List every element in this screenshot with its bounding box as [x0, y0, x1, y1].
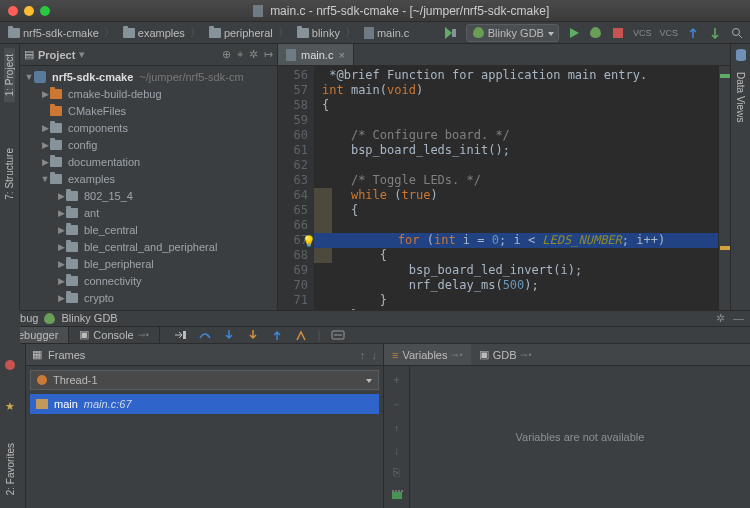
build-icon[interactable]	[444, 26, 458, 40]
close-icon[interactable]: ×	[338, 49, 344, 61]
hide-icon[interactable]: ↦	[264, 48, 273, 61]
tool-tab-project[interactable]: 1: Project	[4, 48, 15, 102]
breadcrumb[interactable]: nrf5-sdk-cmake〉	[6, 25, 119, 40]
remove-icon[interactable]: －	[391, 397, 402, 412]
tab-gdb[interactable]: ▣GDB⊸•	[471, 344, 540, 365]
tree-item[interactable]: ▶cmake-build-debug	[20, 85, 277, 102]
vcs-commit-icon[interactable]	[708, 26, 722, 40]
up-icon[interactable]: ↑	[394, 422, 400, 434]
tree-item[interactable]: ▶config	[20, 136, 277, 153]
tree-item[interactable]: ▶ble_central_and_peripheral	[20, 238, 277, 255]
line-number[interactable]: 59	[278, 113, 308, 128]
breadcrumb[interactable]: main.c	[362, 27, 411, 39]
run-to-cursor-icon[interactable]	[294, 328, 308, 342]
breadcrumb[interactable]: examples〉	[121, 25, 205, 40]
code-line[interactable]	[322, 113, 718, 128]
down-icon[interactable]: ↓	[394, 444, 400, 456]
code-line[interactable]: /* Toggle LEDs. */	[322, 173, 718, 188]
code-line[interactable]: 💡 for (int i = 0; i < LEDS_NUMBER; i++)	[322, 233, 718, 248]
line-number[interactable]: 69	[278, 263, 308, 278]
code-line[interactable]: bsp_board_led_invert(i);	[322, 263, 718, 278]
tree-item[interactable]: CMakeFiles	[20, 102, 277, 119]
stack-frame[interactable]: main main.c:67	[30, 394, 379, 414]
line-number[interactable]: 65	[278, 203, 308, 218]
code-line[interactable]: }	[322, 308, 718, 310]
line-number[interactable]: 56	[278, 68, 308, 83]
tool-tab-structure[interactable]: 7: Structure	[4, 142, 15, 206]
line-number[interactable]: 71	[278, 293, 308, 308]
code-line[interactable]: *@brief Function for application main en…	[322, 68, 718, 83]
stop-icon[interactable]	[611, 26, 625, 40]
minimize-icon[interactable]	[24, 6, 34, 16]
code-line[interactable]: while (true)	[322, 188, 718, 203]
code-line[interactable]: {	[322, 203, 718, 218]
prev-frame-icon[interactable]: ↑	[360, 349, 366, 361]
close-icon[interactable]	[8, 6, 18, 16]
tree-item[interactable]: ▶802_15_4	[20, 187, 277, 204]
evaluate-icon[interactable]	[331, 328, 345, 342]
step-into-icon[interactable]	[222, 328, 236, 342]
editor-tab[interactable]: main.c ×	[278, 44, 354, 65]
step-out-icon[interactable]	[270, 328, 284, 342]
tree-item[interactable]: ▶connectivity	[20, 272, 277, 289]
tree-root[interactable]: ▼nrf5-sdk-cmake~/jumper/nrf5-sdk-cm	[20, 68, 277, 85]
code-line[interactable]: {	[322, 98, 718, 113]
run-icon[interactable]	[567, 26, 581, 40]
line-number[interactable]: 58	[278, 98, 308, 113]
code-line[interactable]: bsp_board_leds_init();	[322, 143, 718, 158]
debug-icon[interactable]	[589, 26, 603, 40]
error-stripe[interactable]	[718, 66, 730, 310]
vcs-update-icon[interactable]	[686, 26, 700, 40]
tab-console[interactable]: ▣Console⊸•	[69, 327, 160, 343]
code-line[interactable]	[322, 218, 718, 233]
breakpoint-tool-icon[interactable]	[5, 360, 15, 370]
line-number[interactable]: 61	[278, 143, 308, 158]
breadcrumb[interactable]: peripheral〉	[207, 25, 293, 40]
code-line[interactable]: int main(void)	[322, 83, 718, 98]
tree-item[interactable]: ▼examples	[20, 170, 277, 187]
run-config-select[interactable]: Blinky GDB	[466, 24, 559, 42]
search-icon[interactable]	[730, 26, 744, 40]
next-frame-icon[interactable]: ↓	[372, 349, 378, 361]
locate-icon[interactable]: ⌖	[237, 48, 243, 61]
line-number[interactable]: 66	[278, 218, 308, 233]
code-line[interactable]: nrf_delay_ms(500);	[322, 278, 718, 293]
code-area[interactable]: *@brief Function for application main en…	[314, 66, 718, 310]
line-number[interactable]: 72	[278, 308, 308, 310]
breadcrumb[interactable]: blinky〉	[295, 25, 360, 40]
line-number[interactable]: 64	[278, 188, 308, 203]
project-tree[interactable]: ▼nrf5-sdk-cmake~/jumper/nrf5-sdk-cm▶cmak…	[20, 66, 277, 310]
collapse-icon[interactable]: ⊕	[222, 48, 231, 61]
line-number[interactable]: 62	[278, 158, 308, 173]
gear-icon[interactable]: ✲	[249, 48, 258, 61]
tree-item[interactable]: ▶crypto	[20, 289, 277, 306]
tree-item[interactable]: ▶ant	[20, 204, 277, 221]
tool-tab-data-views[interactable]: Data Views	[735, 66, 746, 128]
gear-icon[interactable]: ✲	[716, 312, 725, 325]
tree-item[interactable]: ▶documentation	[20, 153, 277, 170]
line-number[interactable]: 60	[278, 128, 308, 143]
minimize-icon[interactable]: —	[733, 312, 744, 325]
tree-item[interactable]: ▶ble_central	[20, 221, 277, 238]
code-line[interactable]	[322, 158, 718, 173]
line-number[interactable]: 70	[278, 278, 308, 293]
add-watch-icon[interactable]: ＋	[391, 372, 402, 387]
line-number[interactable]: 68	[278, 248, 308, 263]
tree-item[interactable]: ▶components	[20, 119, 277, 136]
force-step-into-icon[interactable]	[246, 328, 260, 342]
pin-icon[interactable]: ⊸•	[138, 330, 149, 340]
tree-item[interactable]: ▶ble_peripheral	[20, 255, 277, 272]
lightbulb-icon[interactable]: 💡	[302, 235, 316, 248]
thread-select[interactable]: Thread-1	[30, 370, 379, 390]
line-number[interactable]: 63	[278, 173, 308, 188]
zoom-icon[interactable]	[40, 6, 50, 16]
step-over-icon[interactable]	[198, 328, 212, 342]
database-icon[interactable]	[734, 48, 748, 62]
tool-tab-favorites[interactable]: 2: Favorites	[5, 443, 16, 495]
favorites-star-icon[interactable]: ★	[5, 400, 15, 413]
tab-variables[interactable]: ≡Variables⊸•	[384, 344, 471, 365]
editor-gutter[interactable]: 56575859606162636465666768697071727374	[278, 66, 314, 310]
memory-icon[interactable]	[390, 488, 404, 502]
code-line[interactable]: /* Configure board. */	[322, 128, 718, 143]
line-number[interactable]: 57	[278, 83, 308, 98]
